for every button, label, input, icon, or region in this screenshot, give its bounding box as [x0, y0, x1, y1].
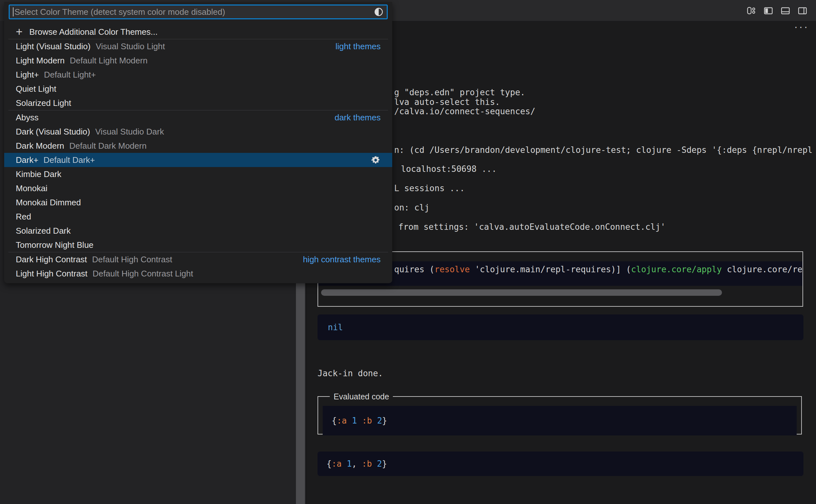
repl-output-line: g "deps.edn" project type. — [394, 88, 525, 97]
add-icon: + — [16, 26, 29, 38]
nil-result-box: nil — [317, 314, 803, 340]
code-token: clojure.core/apply — [631, 265, 722, 274]
code-token — [357, 416, 362, 425]
theme-label: Dark+ — [16, 155, 38, 165]
theme-label: Red — [16, 212, 31, 222]
theme-list-item[interactable]: Dark (Visual Studio) Visual Studio Dark — [4, 125, 392, 139]
theme-label: Monokai — [16, 183, 47, 193]
code-token: 2 — [377, 416, 382, 425]
code-token: :a — [337, 416, 347, 425]
theme-list-item[interactable]: Light+ Default Light+ — [4, 68, 392, 82]
theme-description: Visual Studio Dark — [95, 127, 164, 137]
layout-controls — [746, 5, 816, 16]
toggle-panel-icon[interactable] — [780, 5, 791, 16]
repl-output-line: from settings: 'calva.autoEvaluateCode.o… — [398, 222, 666, 232]
theme-list-item[interactable]: Light (Visual Studio) Visual Studio Ligh… — [4, 39, 392, 53]
theme-list-item[interactable]: Kimbie Dark — [4, 167, 392, 181]
theme-list-item[interactable]: Dark Modern Default Dark Modern — [4, 139, 392, 153]
theme-description: Default Dark+ — [43, 155, 95, 165]
theme-label: Abyss — [16, 113, 39, 123]
code-token — [372, 416, 377, 425]
theme-description: Default High Contrast — [92, 255, 172, 265]
code-box-horizontal-scrollbar[interactable] — [321, 289, 722, 296]
theme-label: Kimbie Dark — [16, 169, 61, 179]
theme-description: Default Light+ — [44, 70, 96, 80]
code-token: 1 — [347, 459, 352, 469]
theme-list-item[interactable]: Light High Contrast Default High Contras… — [4, 266, 392, 281]
code-token: quires ( — [394, 265, 435, 274]
repl-requires-code-line: quires (resolve 'clojure.main/repl-requi… — [394, 265, 802, 274]
theme-group-badge: light themes — [335, 42, 380, 51]
browse-additional-themes-item[interactable]: + Browse Additional Color Themes... — [4, 25, 392, 39]
theme-label: Light (Visual Studio) — [16, 42, 90, 51]
repl-output-line: on: clj — [394, 203, 430, 212]
nil-result-text: nil — [328, 322, 343, 332]
theme-label: Dark High Contrast — [16, 255, 87, 265]
code-token — [342, 459, 347, 469]
theme-label: Solarized Light — [16, 98, 71, 108]
code-token: :a — [332, 459, 342, 469]
code-token: { — [326, 459, 332, 469]
color-mode-icon[interactable] — [374, 7, 383, 17]
evaluated-code-legend: Evaluated code — [330, 392, 393, 401]
theme-list-item[interactable]: Red — [4, 210, 392, 224]
theme-list-item[interactable]: Solarized Light — [4, 96, 392, 110]
theme-label: Dark Modern — [16, 141, 64, 151]
code-token: , — [352, 459, 361, 469]
code-token: :b — [362, 459, 372, 469]
code-token: } — [382, 459, 387, 469]
theme-list-item[interactable]: Tomorrow Night Blue — [4, 238, 392, 252]
evaluated-code-fieldset: Evaluated code {:a 1 :b 2} — [317, 392, 802, 434]
text-cursor — [13, 7, 14, 16]
browse-additional-themes-label: Browse Additional Color Themes... — [29, 27, 157, 37]
theme-list-item[interactable]: Solarized Dark — [4, 224, 392, 238]
theme-label: Quiet Light — [16, 84, 56, 94]
theme-list-item[interactable]: Abyss dark themes — [4, 110, 392, 125]
code-token: :b — [362, 416, 372, 425]
code-token: { — [332, 416, 337, 425]
code-token: } — [382, 416, 387, 425]
theme-description: Default High Contrast Light — [93, 269, 193, 279]
theme-list-item[interactable]: Dark+ Default Dark+ — [4, 153, 392, 167]
code-token: 'clojure.main/repl-requires)] ( — [470, 265, 631, 274]
theme-description: Default Dark Modern — [69, 141, 146, 151]
repl-output-line: localhost:50698 ... — [401, 164, 497, 174]
code-token: clojure.core/req — [722, 265, 802, 274]
code-token: 1 — [352, 416, 357, 425]
toggle-primary-sidebar-icon[interactable] — [763, 5, 774, 16]
theme-list: + Browse Additional Color Themes... Ligh… — [4, 25, 392, 281]
code-token: 2 — [377, 459, 382, 469]
gear-icon[interactable] — [370, 155, 380, 165]
theme-label: Light+ — [16, 70, 39, 80]
theme-label: Light Modern — [16, 56, 65, 66]
code-token — [347, 416, 352, 425]
theme-label: Dark (Visual Studio) — [16, 127, 90, 137]
theme-list-item[interactable]: Monokai Dimmed — [4, 195, 392, 210]
theme-description: Visual Studio Light — [96, 42, 165, 51]
more-actions-button[interactable]: ··· — [794, 22, 809, 31]
code-token: resolve — [435, 265, 470, 274]
theme-list-item[interactable]: Quiet Light — [4, 82, 392, 96]
theme-label: Monokai Dimmed — [16, 198, 81, 208]
theme-list-item[interactable]: Light Modern Default Light Modern — [4, 53, 392, 68]
code-token — [372, 459, 377, 469]
theme-list-item[interactable]: Dark High Contrast Default High Contrast… — [4, 252, 392, 266]
quick-pick-input[interactable]: Select Color Theme (detect system color … — [9, 5, 388, 19]
repl-output-line: L sessions ... — [394, 183, 465, 193]
theme-group-badge: high contrast themes — [303, 255, 380, 265]
repl-output-line: lva auto-select this. — [394, 97, 500, 107]
quick-pick-placeholder: Select Color Theme (detect system color … — [14, 7, 374, 17]
customize-layout-icon[interactable] — [746, 5, 756, 16]
toggle-secondary-sidebar-icon[interactable] — [797, 5, 808, 16]
evaluated-code-value: {:a 1 :b 2} — [323, 406, 797, 435]
theme-description: Default Light Modern — [70, 56, 147, 66]
theme-label: Light High Contrast — [16, 269, 88, 279]
theme-label: Solarized Dark — [16, 226, 71, 236]
theme-list-item[interactable]: Monokai — [4, 181, 392, 195]
color-theme-quick-pick: Select Color Theme (detect system color … — [4, 2, 392, 283]
evaluated-result-box: {:a 1, :b 2} — [317, 452, 803, 476]
theme-group-badge: dark themes — [334, 113, 380, 123]
theme-label: Tomorrow Night Blue — [16, 240, 93, 250]
repl-output-line: n: (cd /Users/brandon/development/clojur… — [394, 145, 816, 155]
repl-output-line: /calva.io/connect-sequences/ — [394, 107, 535, 116]
